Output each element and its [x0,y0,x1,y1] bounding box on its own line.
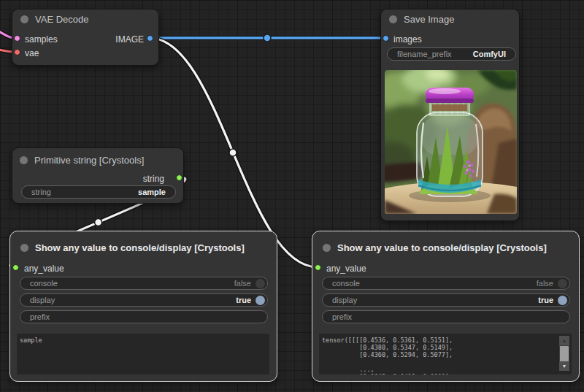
input-label-images: images [393,34,422,45]
scroll-thumb[interactable] [560,346,569,362]
link-midpoint-dot-image [264,34,271,42]
node-show-any-value-left[interactable]: Show any value to console/display [Cryst… [9,231,277,382]
widget-label: string [31,186,51,198]
widget-label: filename_prefix [397,48,452,60]
console-output[interactable]: tensor([[[[0.4536, 0.5361, 0.5151], [0.4… [319,334,572,374]
collapse-dot[interactable] [20,244,28,252]
widget-display[interactable]: display true [20,293,268,307]
widget-filename-prefix[interactable]: filename_prefix ComfyUI [387,47,516,61]
collapse-dot[interactable] [20,156,28,164]
preview-image-jar [385,70,517,214]
input-label-any-value: any_value [24,264,64,274]
output-label-image: IMAGE [115,34,144,45]
widget-value: true [236,294,251,306]
widget-console[interactable]: console false [20,277,268,290]
link-midpoint-dot-any-right [229,149,237,156]
widget-console[interactable]: console false [322,277,570,290]
scroll-down-icon[interactable]: ▼ [559,361,569,371]
input-port-images[interactable] [383,35,389,42]
widget-label: prefix [30,311,50,323]
node-title[interactable]: Show any value to console/display [Cryst… [337,242,547,253]
node-title[interactable]: Save Image [404,14,454,25]
collapse-dot[interactable] [20,15,28,23]
toggle-off-icon[interactable] [558,279,567,288]
node-show-any-value-right[interactable]: Show any value to console/display [Cryst… [312,231,580,382]
node-title[interactable]: Primitive string [Crystools] [34,155,144,166]
widget-label: console [332,277,360,289]
widget-display[interactable]: display true [322,293,570,307]
collapse-dot[interactable] [323,244,331,252]
input-label-vae: vae [25,48,39,58]
console-output[interactable]: sample [17,334,269,374]
node-title[interactable]: VAE Decode [35,14,88,25]
widget-value: false [537,277,553,289]
widget-string[interactable]: string sample [21,185,176,199]
input-port-any-value[interactable] [315,264,321,271]
widget-prefix[interactable]: prefix [20,310,268,323]
widget-label: display [30,294,55,306]
toggle-off-icon[interactable] [256,279,265,288]
node-vae-decode[interactable]: VAE Decode samples vae IMAGE [12,9,159,66]
input-port-any-value[interactable] [12,264,19,271]
node-graph-canvas[interactable]: { "palette": { "link_image": "#58a6f2", … [0,0,584,392]
widget-prefix[interactable]: prefix [322,310,570,323]
input-label-samples: samples [25,34,58,45]
output-port-image[interactable] [147,35,153,42]
input-port-samples[interactable] [14,35,20,42]
node-save-image[interactable]: Save Image images filename_prefix ComfyU… [380,9,520,221]
link-midpoint-dot-any-left [95,219,102,226]
widget-value: ComfyUI [473,48,506,60]
toggle-on-icon[interactable] [558,296,567,305]
input-label-any-value: any_value [326,264,366,274]
widget-value: false [234,277,251,289]
toggle-on-icon[interactable] [256,296,265,305]
node-primitive-string[interactable]: Primitive string [Crystools] string stri… [12,147,184,204]
widget-value: sample [138,186,166,198]
widget-label: console [30,277,58,289]
scrollbar[interactable]: ▲ ▼ [559,336,569,371]
node-title[interactable]: Show any value to console/display [Cryst… [35,242,245,253]
collapse-dot[interactable] [389,15,397,23]
widget-label: display [332,294,357,306]
input-port-vae[interactable] [14,49,20,55]
output-port-string[interactable] [176,174,182,181]
output-label-string: string [143,174,164,184]
scroll-up-icon[interactable]: ▲ [559,336,569,345]
widget-value: true [538,294,553,306]
widget-label: prefix [332,311,352,323]
